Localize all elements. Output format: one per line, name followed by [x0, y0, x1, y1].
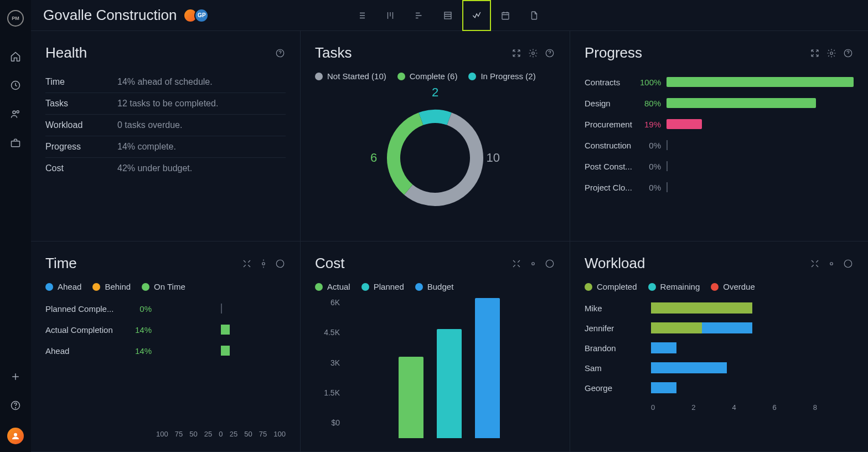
expand-icon[interactable] — [809, 48, 820, 59]
legend-dot — [648, 283, 656, 291]
legend-item: Behind — [92, 282, 131, 291]
project-title: Govalle Construction — [43, 7, 177, 24]
legend-label: In Progress (2) — [480, 71, 535, 81]
progress-bar — [666, 182, 854, 192]
legend-item: Completed — [585, 282, 637, 291]
board-view-icon[interactable] — [376, 0, 405, 31]
help-icon[interactable] — [843, 48, 854, 59]
member-avatar[interactable]: GP — [194, 8, 209, 23]
health-value: 0 tasks overdue. — [117, 120, 182, 130]
progress-row: Procurement19% — [585, 114, 854, 135]
progress-bar — [666, 77, 854, 87]
help-icon[interactable] — [544, 258, 555, 269]
workload-name: George — [585, 383, 651, 393]
list-view-icon[interactable] — [347, 0, 376, 31]
dashboard-view-icon[interactable] — [462, 0, 491, 31]
svg-rect-7 — [445, 12, 451, 19]
legend-label: Planned — [374, 282, 404, 291]
help-icon[interactable] — [275, 48, 286, 59]
plus-icon[interactable] — [9, 371, 22, 383]
gear-icon[interactable] — [528, 48, 539, 59]
time-bar — [156, 346, 286, 356]
workload-bar — [651, 382, 854, 393]
legend-label: Remaining — [660, 282, 700, 291]
axis-tick: 8 — [813, 403, 854, 412]
help-icon[interactable] — [9, 399, 22, 412]
legend-label: Budget — [427, 282, 454, 291]
expand-icon[interactable] — [809, 258, 820, 269]
cost-bar — [399, 357, 423, 438]
help-icon[interactable] — [843, 258, 854, 269]
axis-tick: 50 — [244, 430, 252, 438]
gear-icon[interactable] — [826, 48, 837, 59]
axis-tick: 100 — [273, 430, 286, 438]
sheet-view-icon[interactable] — [433, 0, 462, 31]
legend-dot — [397, 73, 405, 80]
main: Govalle Construction GP Health Time14% a — [31, 0, 868, 452]
donut-label-right: 10 — [487, 151, 500, 165]
logo[interactable]: PM — [7, 10, 24, 27]
progress-label: Design — [585, 99, 640, 108]
svg-point-15 — [276, 260, 284, 268]
legend-label: Overdue — [723, 282, 755, 291]
expand-icon[interactable] — [511, 48, 522, 59]
clock-icon[interactable] — [9, 79, 22, 91]
dashboard-grid: Health Time14% ahead of schedule.Tasks12… — [31, 31, 868, 452]
gantt-view-icon[interactable] — [405, 0, 433, 31]
progress-value: 19% — [640, 120, 666, 129]
progress-value: 0% — [640, 162, 666, 171]
briefcase-icon[interactable] — [9, 137, 22, 149]
progress-panel: Progress Contracts100%Design80%Procureme… — [570, 31, 868, 242]
progress-row: Design80% — [585, 93, 854, 114]
legend-item: On Time — [142, 282, 185, 291]
topbar: Govalle Construction GP — [31, 0, 868, 31]
svg-point-6 — [14, 433, 17, 436]
gear-icon[interactable] — [826, 258, 837, 269]
user-avatar[interactable] — [7, 428, 24, 444]
calendar-view-icon[interactable] — [491, 0, 520, 31]
panel-title: Tasks — [315, 44, 511, 61]
workload-row: George — [585, 378, 854, 398]
time-label: Ahead — [45, 346, 128, 356]
workload-row: Brandon — [585, 338, 854, 358]
time-bar — [156, 304, 286, 314]
legend-item: Complete (6) — [397, 71, 458, 81]
workload-row: Mike — [585, 298, 854, 318]
time-row: Planned Comple...0% — [45, 298, 286, 319]
donut-label-top: 2 — [432, 85, 438, 100]
legend-item: Planned — [361, 282, 404, 291]
axis-tick: 4.5K — [315, 328, 340, 337]
svg-point-16 — [532, 262, 535, 265]
axis-tick: $0 — [315, 418, 340, 427]
view-toolbar — [347, 0, 549, 31]
health-label: Cost — [45, 163, 117, 173]
progress-value: 0% — [640, 183, 666, 192]
help-icon[interactable] — [544, 48, 555, 59]
svg-point-1 — [13, 111, 16, 114]
legend-item: In Progress (2) — [468, 71, 535, 81]
progress-value: 0% — [640, 141, 666, 150]
time-label: Actual Completion — [45, 325, 128, 335]
panel-title: Workload — [585, 255, 809, 272]
expand-icon[interactable] — [241, 258, 252, 269]
progress-label: Procurement — [585, 120, 640, 129]
gear-icon[interactable] — [258, 258, 269, 269]
health-label: Tasks — [45, 99, 117, 109]
help-icon[interactable] — [275, 258, 286, 269]
svg-point-5 — [16, 408, 16, 408]
progress-label: Project Clo... — [585, 183, 640, 192]
health-row: Progress14% complete. — [45, 136, 286, 158]
file-view-icon[interactable] — [520, 0, 549, 31]
axis-tick: 0 — [219, 430, 223, 438]
time-row: Ahead14% — [45, 340, 286, 361]
people-icon[interactable] — [9, 108, 22, 120]
axis-tick: 75 — [175, 430, 183, 438]
health-row: Tasks12 tasks to be completed. — [45, 93, 286, 115]
health-label: Time — [45, 77, 117, 87]
home-icon[interactable] — [9, 50, 22, 63]
time-value: 0% — [128, 304, 156, 314]
workload-row: Sam — [585, 358, 854, 378]
progress-bar — [666, 98, 854, 108]
gear-icon[interactable] — [528, 258, 539, 269]
expand-icon[interactable] — [511, 258, 522, 269]
